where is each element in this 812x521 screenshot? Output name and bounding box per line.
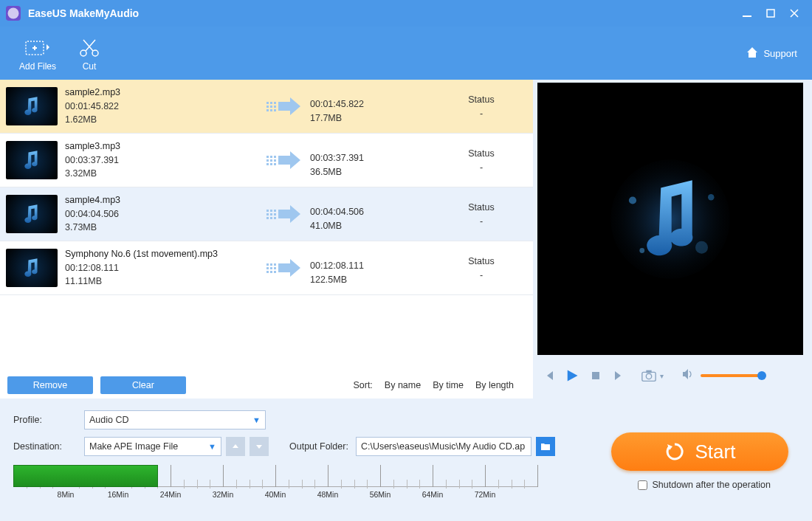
- svg-rect-24: [266, 210, 269, 212]
- svg-rect-17: [266, 163, 269, 165]
- file-row[interactable]: sample2.mp3 00:01:45.822 1.62MB 00:01:45…: [0, 80, 533, 134]
- svg-rect-40: [274, 267, 276, 269]
- cut-button[interactable]: Cut: [66, 32, 112, 75]
- svg-rect-8: [266, 109, 269, 111]
- svg-rect-26: [266, 217, 269, 219]
- profile-value: Audio CD: [89, 415, 129, 425]
- svg-rect-23: [274, 163, 276, 165]
- home-icon: [746, 46, 759, 61]
- output-duration: 00:03:37.391: [310, 151, 444, 165]
- svg-rect-15: [266, 156, 269, 158]
- file-size: 3.32MB: [65, 167, 257, 181]
- timeline-tick-label: 48Min: [317, 490, 339, 499]
- file-status: Status -: [444, 92, 518, 121]
- move-up-button[interactable]: [226, 437, 245, 456]
- stop-button[interactable]: [588, 368, 604, 384]
- svg-rect-14: [274, 109, 276, 111]
- shutdown-checkbox[interactable]: [638, 480, 647, 490]
- sort-by-length[interactable]: By length: [475, 380, 514, 390]
- volume-icon: [681, 368, 695, 383]
- svg-rect-29: [270, 217, 272, 219]
- file-row[interactable]: sample4.mp3 00:04:04.506 3.73MB 00:04:04…: [0, 187, 533, 241]
- file-name: sample4.mp3: [65, 193, 257, 207]
- move-down-button[interactable]: [250, 437, 269, 456]
- browse-folder-button[interactable]: [536, 437, 555, 456]
- svg-rect-50: [646, 370, 651, 373]
- svg-rect-32: [274, 217, 276, 219]
- svg-rect-31: [274, 213, 276, 215]
- output-folder-input[interactable]: C:\Users\easeus\Music\My Audio CD.ap: [356, 437, 531, 456]
- app-title: EaseUS MakeMyAudio: [28, 7, 139, 19]
- destination-label: Destination:: [13, 441, 84, 452]
- sort-by-name[interactable]: By name: [385, 380, 421, 390]
- timeline-tick-label: 64Min: [422, 490, 444, 499]
- svg-rect-36: [270, 263, 272, 266]
- profile-select[interactable]: Audio CD ▼: [84, 410, 266, 429]
- destination-select[interactable]: Make APE Image File ▼: [84, 437, 221, 456]
- svg-rect-16: [266, 159, 269, 162]
- close-button[interactable]: [782, 4, 806, 22]
- output-folder-value: C:\Users\easeus\Music\My Audio CD.ap: [361, 441, 525, 452]
- file-size: 11.11MB: [65, 275, 257, 289]
- file-status: Status -: [444, 253, 518, 283]
- svg-rect-28: [270, 213, 272, 215]
- file-duration: 00:01:45.822: [65, 100, 257, 114]
- output-size: 17.7MB: [310, 111, 444, 125]
- file-list-panel: sample2.mp3 00:01:45.822 1.62MB 00:01:45…: [0, 80, 533, 398]
- maximize-button[interactable]: [759, 4, 782, 22]
- destination-value: Make APE Image File: [89, 441, 178, 452]
- file-output-info: 00:03:37.391 36.5MB: [310, 141, 444, 179]
- file-source-info: Symphony No.6 (1st movement).mp3 00:12:0…: [65, 247, 257, 289]
- file-name: sample3.mp3: [65, 139, 257, 153]
- file-row[interactable]: sample3.mp3 00:03:37.391 3.32MB 00:03:37…: [0, 134, 533, 187]
- svg-rect-38: [270, 271, 272, 273]
- minimize-button[interactable]: [735, 4, 759, 22]
- clear-button[interactable]: Clear: [100, 376, 186, 394]
- snapshot-button[interactable]: [641, 368, 657, 384]
- file-size: 3.73MB: [65, 221, 257, 235]
- svg-point-4: [80, 50, 86, 56]
- start-button[interactable]: Start: [611, 432, 788, 471]
- prev-button[interactable]: [540, 368, 557, 384]
- file-thumbnail: [6, 195, 58, 233]
- support-button[interactable]: Support: [746, 46, 803, 61]
- preview-canvas: [537, 83, 803, 355]
- file-row[interactable]: Symphony No.6 (1st movement).mp3 00:12:0…: [0, 241, 533, 295]
- sort-by-time[interactable]: By time: [433, 380, 464, 390]
- output-size: 122.5MB: [310, 273, 444, 287]
- file-size: 1.62MB: [65, 113, 257, 127]
- status-value: -: [444, 215, 518, 229]
- output-size: 41.0MB: [310, 219, 444, 233]
- cut-label: Cut: [83, 61, 97, 72]
- timeline-tick-label: 40Min: [265, 490, 286, 499]
- svg-rect-13: [274, 106, 276, 108]
- add-files-button[interactable]: Add Files: [9, 32, 66, 75]
- svg-rect-9: [270, 102, 272, 104]
- file-source-info: sample3.mp3 00:03:37.391 3.32MB: [65, 139, 257, 181]
- list-actions-bar: Remove Clear Sort: By name By time By le…: [0, 372, 533, 398]
- volume-thumb[interactable]: [757, 371, 766, 380]
- svg-rect-37: [270, 267, 272, 269]
- remove-button[interactable]: Remove: [7, 376, 93, 394]
- svg-point-44: [708, 194, 715, 201]
- svg-point-49: [646, 373, 651, 379]
- next-button[interactable]: [611, 368, 627, 384]
- profile-label: Profile:: [13, 415, 84, 425]
- status-value: -: [444, 107, 518, 121]
- file-output-info: 00:01:45.822 17.7MB: [310, 87, 444, 125]
- shutdown-label: Shutdown after the operation: [652, 480, 771, 490]
- file-list: sample2.mp3 00:01:45.822 1.62MB 00:01:45…: [0, 80, 533, 372]
- svg-rect-30: [274, 210, 276, 212]
- scissors-icon: [77, 35, 102, 61]
- arrow-icon: [257, 96, 310, 117]
- cd-timeline[interactable]: 8Min16Min24Min32Min40Min48Min56Min64Min7…: [13, 463, 537, 500]
- play-button[interactable]: [564, 368, 580, 384]
- support-label: Support: [763, 48, 797, 59]
- svg-rect-11: [270, 109, 272, 111]
- file-output-info: 00:04:04.506 41.0MB: [310, 195, 444, 233]
- volume-slider[interactable]: [701, 374, 763, 377]
- svg-rect-34: [266, 267, 269, 269]
- svg-rect-19: [270, 159, 272, 162]
- status-header: Status: [444, 147, 518, 161]
- volume-control[interactable]: [681, 368, 763, 383]
